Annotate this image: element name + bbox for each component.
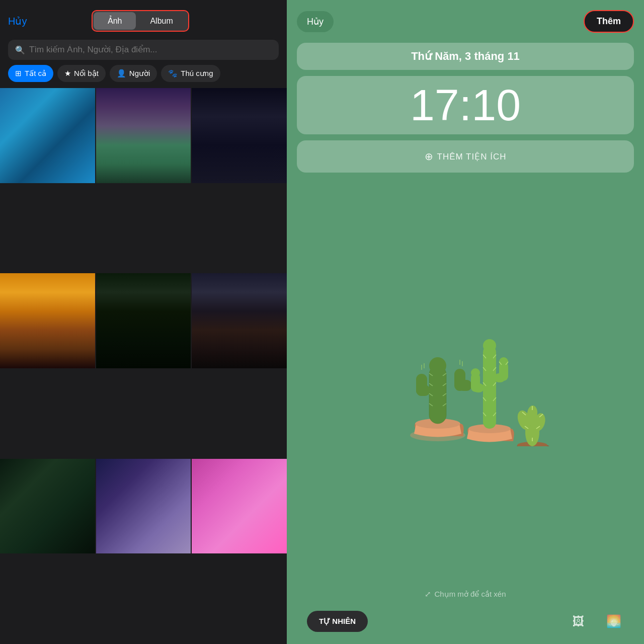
svg-rect-2 [429,366,446,424]
grid-icon: ⊞ [15,69,22,78]
add-widget-label: THÊM TIỆN ÍCH [437,151,507,162]
search-input[interactable] [29,45,272,55]
segment-control: Ảnh Album [92,10,189,32]
bottom-icons: 🖼 🌅 [569,611,624,631]
star-icon: ★ [64,69,71,78]
search-icon: 🔍 [15,45,25,55]
crop-icon: ⤢ [425,590,431,599]
add-widget-button[interactable]: ⊕ THÊM TIỆN ÍCH [297,140,634,173]
left-header: Hủy Ảnh Album [0,0,287,37]
filter-bar: ⊞ Tất cả ★ Nổi bật 👤 Người 🐾 Thú cưng [0,65,287,88]
segment-anh[interactable]: Ảnh [94,12,136,30]
filter-pets[interactable]: 🐾 Thú cưng [161,65,220,82]
photo-item[interactable] [96,459,191,554]
cancel-button-left[interactable]: Hủy [8,15,27,27]
photo-item[interactable] [0,459,95,554]
crop-hint: ⤢ Chụm mở để cắt xén [287,586,644,605]
svg-rect-7 [454,369,465,391]
svg-rect-22 [483,346,496,429]
date-text: Thứ Năm, 3 tháng 11 [411,50,520,62]
photo-item[interactable] [0,273,95,368]
cactus-svg [380,315,551,446]
wallpaper-icon[interactable]: 🌅 [604,611,624,631]
filter-featured[interactable]: ★ Nổi bật [57,65,106,82]
bottom-bar: TỰ NHIÊN 🖼 🌅 [287,605,644,644]
search-bar: 🔍 [8,40,279,60]
paw-icon: 🐾 [168,69,178,78]
right-panel: Hủy Thêm Thứ Năm, 3 tháng 11 17:10 ⊕ THÊ… [287,0,644,644]
photo-item[interactable] [0,88,95,183]
cancel-button-right[interactable]: Hủy [297,11,334,32]
svg-point-29 [471,368,480,377]
photo-item[interactable] [96,273,191,368]
svg-rect-5 [416,374,427,396]
left-panel: Hủy Ảnh Album 🔍 ⊞ Tất cả ★ Nổi bật 👤 Ngư… [0,0,287,644]
time-text: 17:10 [410,80,521,130]
svg-point-26 [499,357,508,366]
photo-item[interactable] [96,88,191,183]
photo-item[interactable] [192,88,287,183]
filter-people[interactable]: 👤 Người [110,65,157,82]
plus-icon: ⊕ [425,150,433,163]
time-widget: 17:10 [297,76,634,134]
person-icon: 👤 [117,69,126,78]
filter-all[interactable]: ⊞ Tất cả [8,65,53,82]
date-widget: Thứ Năm, 3 tháng 11 [297,43,634,70]
segment-album[interactable]: Album [136,12,187,30]
photo-item[interactable] [192,459,287,554]
photo-grid [0,88,287,644]
photo-icon[interactable]: 🖼 [569,611,589,631]
svg-point-23 [483,339,496,352]
add-button[interactable]: Thêm [584,10,634,33]
right-header: Hủy Thêm [287,0,644,39]
tu-nhien-button[interactable]: TỰ NHIÊN [307,611,368,632]
cactus-illustration [287,176,644,586]
photo-item[interactable] [192,273,287,368]
svg-point-8 [429,357,446,374]
